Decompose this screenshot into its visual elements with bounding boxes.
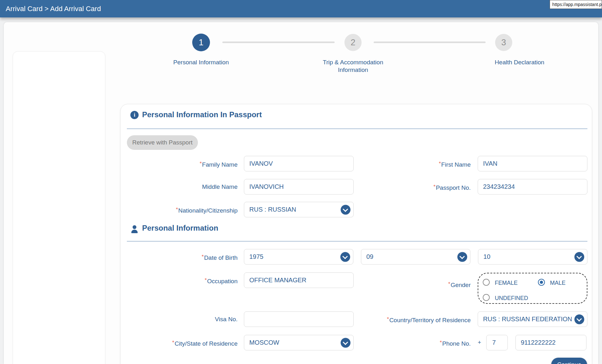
visa-no-input[interactable] [244,311,354,327]
required-asterisk: * [448,281,450,287]
required-asterisk: * [205,277,207,283]
first-name-input[interactable] [478,156,587,171]
step-3-circle: 3 [495,34,512,51]
chevron-down-icon [574,252,584,262]
family-name-label: *Family Name [133,160,238,169]
gender-radio-male[interactable] [538,279,545,286]
discard-return-home-link[interactable]: Discard and return to Home [23,362,95,364]
phone-number-input[interactable] [515,335,586,350]
city-residence-select[interactable]: MOSCOW [244,335,354,350]
step-2-label: Trip & Accommodation Information [321,59,385,74]
url-status-tooltip: https://app.mpassistant.p [550,0,602,9]
required-asterisk: * [387,316,389,322]
required-asterisk: * [200,161,202,167]
dob-day-select[interactable]: 10 [478,249,587,265]
phone-plus-sign: + [478,339,481,346]
dob-day-value: 10 [483,253,490,260]
country-residence-value: RUS : RUSSIAN FEDERATION [483,316,572,323]
gender-radio-group: FEMALE MALE UNDEFINED [478,273,587,304]
family-name-input[interactable] [244,156,354,171]
visa-no-label: Visa No. [133,316,238,323]
content-panel: Discard and return to Home 1 2 3 Persona… [4,22,598,364]
step-3-label: Health Declaration [472,59,567,66]
personal-section-title: Personal Information [142,224,218,233]
section-divider [127,241,587,241]
info-icon: i [130,111,139,119]
step-connector-1 [222,42,335,43]
city-residence-value: MOSCOW [249,339,279,346]
gender-radio-undefined[interactable] [483,294,490,301]
nationality-value: RUS : RUSSIAN [249,206,296,213]
required-asterisk: * [176,207,178,213]
required-asterisk: * [202,254,204,260]
passport-section-title: Personal Information In Passport [142,110,262,119]
person-icon [130,225,139,233]
gender-option-male-label[interactable]: MALE [550,280,566,286]
gender-radio-female[interactable] [483,279,490,286]
required-asterisk: * [172,340,174,346]
top-header-bar: Arrival Card > Add Arrival Card [0,0,602,17]
chevron-down-icon [340,252,350,262]
arrival-card-form: i Personal Information In Passport Retri… [120,104,592,364]
continue-button[interactable]: Continue [551,358,587,364]
chevron-down-icon [341,205,350,214]
step-1-circle: 1 [192,34,210,51]
gender-option-female-label[interactable]: FEMALE [495,280,518,286]
country-residence-label: *Country/Territory of Residence [350,316,471,324]
middle-name-input[interactable] [244,179,354,195]
occupation-input[interactable] [244,272,354,288]
passport-no-input[interactable] [478,179,587,195]
step-connector-2 [374,42,486,43]
sidebar-card: Discard and return to Home [13,51,105,364]
breadcrumb: Arrival Card > Add Arrival Card [6,0,101,17]
section-divider [127,129,587,129]
nationality-label: *Nationality/Citizenship [133,206,238,214]
city-residence-label: *City/State of Residence [133,339,238,348]
step-2-circle: 2 [344,34,362,51]
country-residence-select[interactable]: RUS : RUSSIAN FEDERATION [478,311,587,327]
nationality-select[interactable]: RUS : RUSSIAN [244,202,354,217]
first-name-label: *First Name [366,160,471,169]
chevron-down-icon [457,252,467,262]
chevron-down-icon [574,314,584,324]
dob-month-value: 09 [366,253,373,260]
retrieve-with-passport-button[interactable]: Retrieve with Passport [127,135,198,150]
gender-label: *Gender [366,280,471,289]
date-of-birth-label: *Date of Birth [133,253,238,262]
gender-option-undefined-label[interactable]: UNDEFINED [495,295,528,302]
required-asterisk: * [440,340,442,346]
phone-country-code-input[interactable] [486,335,508,350]
dob-month-select[interactable]: 09 [361,249,470,265]
passport-no-label: *Passport No. [366,183,471,192]
step-1-label: Personal Information [154,59,249,66]
phone-no-label: *Phone No. [366,339,471,348]
required-asterisk: * [434,184,436,190]
chevron-down-icon [341,338,350,348]
occupation-label: *Occupation [133,277,238,285]
required-asterisk: * [439,161,441,167]
dob-year-select[interactable]: 1975 [244,249,353,265]
middle-name-label: Middle Name [133,183,238,191]
dob-year-value: 1975 [249,253,264,260]
